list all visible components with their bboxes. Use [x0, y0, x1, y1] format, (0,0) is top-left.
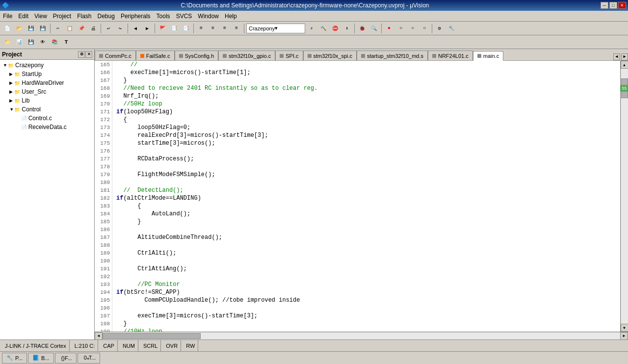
- tree-item-control[interactable]: ▼📁Control: [1, 105, 93, 114]
- minimize-button[interactable]: ─: [601, 2, 608, 9]
- rebuild-button[interactable]: 🔨: [318, 23, 329, 34]
- scroll-down-button[interactable]: ▼: [621, 324, 628, 332]
- line-number: 196: [95, 304, 112, 312]
- code-line: execTime[3]=micros()-startTime[3];: [116, 312, 620, 320]
- menu-item-file[interactable]: File: [0, 11, 15, 21]
- scroll-up-button[interactable]: ▲: [621, 61, 628, 69]
- tree-item-lib[interactable]: ▶📁Lib: [1, 96, 93, 105]
- tree-item-receivedata-c[interactable]: 📄ReceiveData.c: [1, 123, 93, 131]
- target2-button[interactable]: T: [61, 37, 72, 48]
- scroll-left-button[interactable]: ◄: [95, 332, 103, 340]
- h-scroll-track[interactable]: [103, 333, 620, 339]
- download-button[interactable]: ⬇: [341, 23, 352, 34]
- line-number: 185: [95, 218, 112, 226]
- register-button[interactable]: 📊: [14, 37, 25, 48]
- maximize-button[interactable]: □: [609, 2, 617, 9]
- tab-nrf24l01-c[interactable]: NRF24L01.c: [428, 51, 473, 60]
- line-number: 186: [95, 226, 112, 234]
- tab-bar: CommPc.cFailSafe.cSysConfig.hstm32f10x_g…: [95, 49, 628, 61]
- indent2-button[interactable]: ≡: [208, 23, 218, 34]
- stop2-button[interactable]: ○: [407, 23, 418, 34]
- search-button[interactable]: 🔍: [368, 23, 379, 34]
- build-target-button[interactable]: ⚡: [306, 23, 317, 34]
- scroll-track[interactable]: 55: [621, 69, 628, 324]
- tree-item-control-c[interactable]: 📄Control.c: [1, 114, 93, 123]
- tab-spi-c[interactable]: SPI.c: [275, 51, 303, 60]
- menu-item-debug[interactable]: Debug: [95, 11, 118, 21]
- tree-item-startup[interactable]: ▶📁StartUp: [1, 70, 93, 78]
- play-button[interactable]: ○: [395, 23, 406, 34]
- menu-item-peripherals[interactable]: Peripherals: [118, 11, 154, 21]
- horizontal-scrollbar[interactable]: ◄ ►: [95, 332, 628, 339]
- menu-item-window[interactable]: Window: [195, 11, 222, 21]
- menu-item-view[interactable]: View: [31, 11, 50, 21]
- tab-stm32f10x_gpio-c[interactable]: stm32f10x_gpio.c: [218, 51, 275, 60]
- menu-item-help[interactable]: Help: [222, 11, 240, 21]
- print-button[interactable]: 🖨: [88, 23, 99, 34]
- bottom-tab-0₄t...[interactable]: 0₄T...: [78, 353, 101, 364]
- save-button[interactable]: 💾: [26, 23, 36, 34]
- scroll-thumb[interactable]: 55: [621, 78, 628, 98]
- menu-item-svcs[interactable]: SVCS: [173, 11, 195, 21]
- menu-item-edit[interactable]: Edit: [15, 11, 31, 21]
- bottom-tab-b...[interactable]: 📘B...: [28, 353, 54, 364]
- tab-main-c[interactable]: main.c: [473, 51, 503, 61]
- debug-button[interactable]: 🐞: [357, 23, 367, 34]
- project-window-button[interactable]: 📁: [2, 37, 13, 48]
- scroll-badge: 55: [620, 85, 628, 92]
- scroll-right-button[interactable]: ►: [620, 332, 628, 340]
- erase-button[interactable]: ○: [419, 23, 430, 34]
- tree-item-crazepony[interactable]: ▼📁Crazepony: [1, 61, 93, 70]
- bottom-tab-p...[interactable]: 🔧P...: [2, 353, 27, 364]
- menu-item-project[interactable]: Project: [50, 11, 74, 21]
- indent-button[interactable]: ≡: [196, 23, 207, 34]
- record-button[interactable]: ●: [384, 23, 394, 34]
- redo-button[interactable]: ↪: [115, 23, 126, 34]
- tree-item-user_src[interactable]: ▶📁User_Src: [1, 87, 93, 96]
- indent3-button[interactable]: ≡: [219, 23, 230, 34]
- tab-startup_stm32f10_md-s[interactable]: startup_stm32f10_md.s: [357, 51, 428, 60]
- watch-button[interactable]: 👁: [37, 37, 48, 48]
- copy-button[interactable]: 📋: [64, 23, 75, 34]
- code-area[interactable]: // execTime[1]=micros()-startTime[1]; } …: [112, 61, 620, 332]
- save-all-button[interactable]: 💾: [37, 23, 48, 34]
- tab-prev-button[interactable]: ◄: [613, 53, 620, 60]
- line-number: 179: [95, 171, 112, 179]
- menu-item-tools[interactable]: Tools: [154, 11, 173, 21]
- paste-button[interactable]: 📌: [76, 23, 87, 34]
- separator2: [101, 24, 101, 33]
- nav-back-button[interactable]: ◀: [130, 23, 141, 34]
- memory-button[interactable]: 💾: [26, 37, 36, 48]
- bookmark-button[interactable]: 🚩: [157, 23, 168, 34]
- h-scroll-thumb[interactable]: [103, 333, 201, 339]
- open-button[interactable]: 📂: [14, 23, 25, 34]
- tab-next-button[interactable]: ►: [621, 53, 628, 60]
- menu-item-flash[interactable]: Flash: [74, 11, 94, 21]
- bookmark2-button[interactable]: 📑: [169, 23, 180, 34]
- close-button[interactable]: ✕: [618, 2, 626, 9]
- cut-button[interactable]: ✂: [52, 23, 63, 34]
- new-file-button[interactable]: 📄: [2, 23, 13, 34]
- tree-item-hardwaredriver[interactable]: ▶📁HardWareDriver: [1, 78, 93, 87]
- tab-failsafe-c[interactable]: FailSafe.c: [136, 51, 175, 60]
- options-button[interactable]: ⚙: [434, 23, 445, 34]
- rw-indicator: RW: [183, 340, 198, 351]
- panel-close-button[interactable]: ✕: [85, 51, 92, 58]
- tab-stm32f10x_spi-c[interactable]: stm32f10x_spi.c: [303, 51, 357, 60]
- tab-sysconfig-h[interactable]: SysConfig.h: [175, 51, 218, 60]
- target-dropdown[interactable]: Crazepony▾: [246, 24, 305, 33]
- panel-settings-button[interactable]: ⚙: [78, 51, 85, 58]
- code-line: startTime[3]=micros();: [116, 139, 620, 147]
- settings2-button[interactable]: 🔧: [446, 23, 457, 34]
- line-number: 190: [95, 257, 112, 265]
- nav-forward-button[interactable]: ▶: [142, 23, 153, 34]
- bookmark3-button[interactable]: 📑: [181, 23, 191, 34]
- callstack-button[interactable]: 📚: [49, 37, 60, 48]
- vertical-scrollbar[interactable]: ▲ 55 ▼: [620, 61, 628, 332]
- tab-commpc-c[interactable]: CommPc.c: [95, 51, 136, 60]
- undo-button[interactable]: ↩: [103, 23, 114, 34]
- line-number: 187: [95, 234, 112, 241]
- indent4-button[interactable]: ≡: [231, 23, 242, 34]
- bottom-tab-{}f...[interactable]: {}F...: [55, 353, 77, 364]
- stop-button[interactable]: ⛔: [330, 23, 340, 34]
